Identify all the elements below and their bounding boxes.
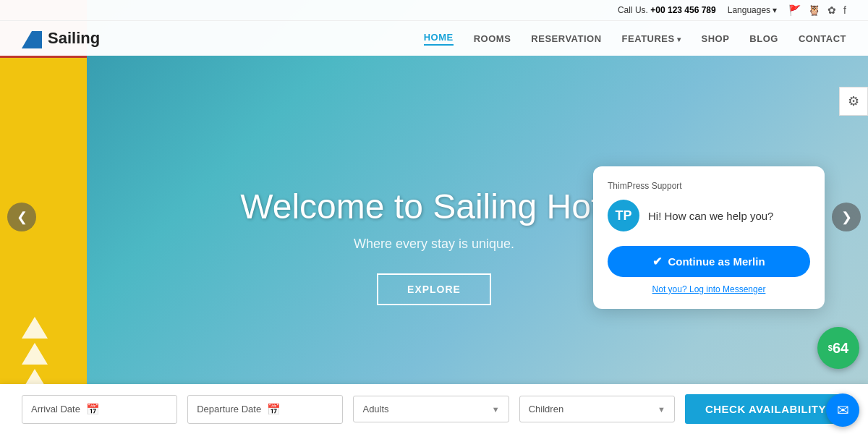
facebook-icon[interactable]: f (843, 4, 846, 16)
continue-merlin-button[interactable]: ✔ Continue as Merlin (608, 246, 810, 277)
hero-title: Welcome to Sailing Hotel (240, 187, 627, 226)
logo-text: Sailing (48, 29, 100, 48)
nav-home[interactable]: HOME (424, 32, 454, 46)
price-amount: 64 (833, 340, 848, 357)
bookmark-icon[interactable]: 🚩 (788, 4, 801, 16)
children-select[interactable]: Children ▼ (519, 396, 675, 422)
arrival-date-label: Arrival Date (31, 404, 80, 414)
booking-bar: Arrival Date 📅 Departure Date 📅 Adults ▼… (0, 384, 868, 434)
departure-calendar-icon: 📅 (267, 403, 281, 416)
nav-blog[interactable]: BLOG (749, 33, 778, 44)
explore-button[interactable]: Explore (377, 273, 491, 305)
phone-strong: +00 123 456 789 (650, 5, 715, 15)
yelp-icon[interactable]: ✿ (827, 4, 836, 16)
white-triangles (22, 317, 48, 391)
header: Call Us. +00 123 456 789 Languages ▾ 🚩 🦉… (0, 0, 868, 56)
arrival-date-input[interactable]: Arrival Date 📅 (22, 395, 177, 424)
nav-links: HOME ROOMS RESERVATION FEATURES SHOP BLO… (424, 32, 846, 46)
arrival-calendar-icon: 📅 (86, 403, 100, 416)
nav-reservation[interactable]: RESERVATION (531, 33, 601, 44)
children-label: Children (529, 404, 563, 414)
phone-number: Call Us. +00 123 456 789 (618, 5, 716, 15)
settings-button[interactable]: ⚙ (839, 87, 868, 116)
languages-dropdown[interactable]: Languages ▾ (728, 5, 777, 15)
carousel-left-arrow[interactable]: ❮ (7, 203, 36, 231)
logo-icon (22, 28, 42, 48)
logo[interactable]: Sailing (22, 28, 100, 48)
messenger-button[interactable]: ✉ (826, 393, 859, 427)
chat-message: Hi! How can we help you? (648, 210, 773, 222)
check-availability-button[interactable]: Check Availability (685, 394, 846, 424)
chat-body: TP Hi! How can we help you? (608, 200, 810, 231)
price-badge: $64 (817, 327, 859, 369)
languages-label: Languages (728, 5, 770, 15)
not-you-link[interactable]: Not you? Log into Messenger (608, 284, 810, 294)
triangle-1 (22, 317, 48, 339)
hero-subtitle: Where every stay is unique. (354, 237, 514, 252)
nav-rooms[interactable]: ROOMS (474, 33, 511, 44)
chat-popup: ThimPress Support TP Hi! How can we help… (593, 166, 825, 309)
triangle-2 (22, 343, 48, 365)
adults-dropdown-icon: ▼ (492, 405, 500, 414)
departure-date-input[interactable]: Departure Date 📅 (187, 395, 343, 424)
messenger-icon: ✉ (837, 401, 849, 419)
languages-arrow-icon: ▾ (773, 5, 777, 15)
children-dropdown-icon: ▼ (658, 405, 665, 414)
top-bar: Call Us. +00 123 456 789 Languages ▾ 🚩 🦉… (0, 0, 868, 21)
nav-bar: Sailing HOME ROOMS RESERVATION FEATURES … (0, 21, 868, 56)
chat-support-label: ThimPress Support (608, 181, 810, 191)
continue-btn-label: Continue as Merlin (668, 255, 765, 268)
tripadvisor-icon[interactable]: 🦉 (808, 4, 820, 16)
messenger-small-icon: ✔ (652, 255, 662, 268)
adults-label: Adults (362, 404, 388, 414)
chat-avatar: TP (608, 200, 639, 231)
top-icons: 🚩 🦉 ✿ f (788, 4, 846, 16)
nav-features[interactable]: FEATURES (622, 33, 681, 44)
departure-date-label: Departure Date (197, 404, 261, 414)
adults-select[interactable]: Adults ▼ (353, 396, 509, 422)
nav-shop[interactable]: SHOP (702, 33, 730, 44)
nav-contact[interactable]: CONTACT (799, 33, 846, 44)
carousel-right-arrow[interactable]: ❯ (832, 203, 861, 231)
